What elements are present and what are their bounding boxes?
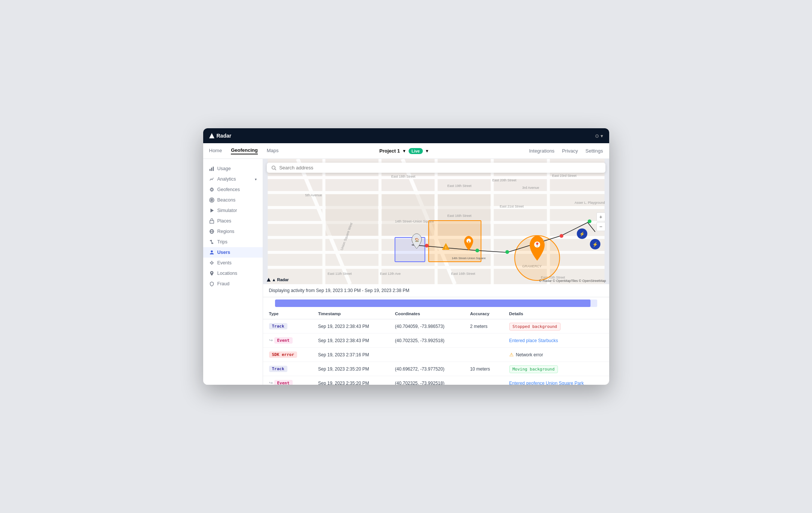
cell-type: SDK error	[263, 348, 312, 362]
cell-timestamp: Sep 19, 2023 2:35:20 PM	[312, 376, 389, 385]
col-type: Type	[263, 308, 312, 319]
map-controls: + −	[596, 212, 605, 231]
sidebar-item-beacons[interactable]: Beacons	[203, 195, 263, 205]
svg-text:⚡: ⚡	[579, 231, 585, 237]
sidebar-label-analytics: Analytics	[217, 176, 236, 182]
nav-maps[interactable]: Maps	[267, 148, 279, 154]
live-badge[interactable]: Live	[409, 148, 423, 154]
activity-display: Displaying activity from Sep 19, 2023 1:…	[263, 284, 609, 297]
zoom-out-button[interactable]: −	[596, 222, 605, 231]
svg-point-70	[272, 166, 275, 169]
col-coordinates: Coordinates	[389, 308, 464, 319]
sidebar-item-places[interactable]: Places	[203, 216, 263, 226]
sidebar-item-trips[interactable]: Trips	[203, 237, 263, 247]
search-input[interactable]	[279, 165, 601, 171]
cell-coordinates: (40.704059, -73.986573)	[389, 319, 464, 334]
sidebar-item-usage[interactable]: Usage	[203, 163, 263, 174]
svg-text:East 16th Street: East 16th Street	[447, 214, 471, 218]
sidebar-item-locations[interactable]: Locations	[203, 268, 263, 279]
svg-rect-1	[209, 169, 210, 171]
cell-details: Stopped background	[503, 319, 609, 334]
svg-rect-3	[213, 167, 214, 171]
cell-details[interactable]: Entered geofence Union Square Park	[503, 376, 609, 385]
table-row: TrackSep 19, 2023 2:38:43 PM(40.704059, …	[263, 319, 609, 334]
zoom-in-button[interactable]: +	[596, 212, 605, 221]
svg-rect-31	[326, 194, 378, 236]
svg-text:!: !	[445, 246, 446, 250]
table-row: TrackSep 19, 2023 2:35:20 PM(40.696272, …	[263, 362, 609, 376]
type-badge: Event	[274, 337, 293, 344]
type-badge: SDK error	[269, 351, 297, 358]
svg-text:East 12th Ave: East 12th Ave	[380, 272, 400, 276]
project-label[interactable]: Project 1	[379, 148, 400, 154]
app-logo: Radar	[209, 133, 232, 139]
sidebar: Usage Analytics ▾ Geofences Beacons Simu…	[203, 159, 263, 385]
svg-text:Asser L. Playground: Asser L. Playground	[574, 201, 605, 205]
user-icon: ⊙	[595, 133, 599, 139]
topbar-user[interactable]: ⊙ ▾	[595, 133, 603, 139]
cell-details: ⚠Network error	[503, 348, 609, 362]
svg-marker-72	[267, 278, 271, 282]
svg-point-13	[211, 251, 213, 252]
table-row: ↪EventSep 19, 2023 2:38:43 PM(40.702325,…	[263, 334, 609, 348]
svg-rect-2	[211, 168, 212, 171]
topbar: Radar ⊙ ▾	[203, 128, 609, 143]
timeline-bar[interactable]	[275, 299, 597, 307]
sidebar-label-beacons: Beacons	[217, 197, 236, 203]
cell-timestamp: Sep 19, 2023 2:37:16 PM	[312, 348, 389, 362]
detail-link[interactable]: Entered place Starbucks	[509, 338, 558, 343]
table-row: SDK errorSep 19, 2023 2:37:16 PM⚠Network…	[263, 348, 609, 362]
svg-text:East 19th Street: East 19th Street	[447, 184, 471, 188]
nav-privacy[interactable]: Privacy	[562, 148, 578, 154]
table-row: ↪EventSep 19, 2023 2:35:20 PM(40.702325,…	[263, 376, 609, 385]
cell-details[interactable]: Entered place Starbucks	[503, 334, 609, 348]
sidebar-item-events[interactable]: Events	[203, 258, 263, 268]
nav-settings[interactable]: Settings	[586, 148, 603, 154]
type-badge: Track	[269, 323, 287, 329]
cell-type: Track	[263, 319, 312, 334]
svg-text:3rd Avenue: 3rd Avenue	[522, 186, 539, 190]
svg-text:East 23rd Street: East 23rd Street	[552, 174, 577, 178]
svg-text:East 21st Street: East 21st Street	[500, 205, 524, 208]
cell-accuracy: 10 meters	[464, 362, 503, 376]
error-icon: ⚠	[509, 352, 514, 357]
sidebar-item-analytics[interactable]: Analytics ▾	[203, 174, 263, 184]
nav-geofencing[interactable]: Geofencing	[231, 147, 258, 154]
type-badge: Track	[269, 366, 287, 372]
sidebar-item-regions[interactable]: Regions	[203, 226, 263, 237]
cell-accuracy	[464, 348, 503, 362]
svg-text:14th Street–Union Square: 14th Street–Union Square	[395, 219, 434, 223]
svg-point-12	[211, 243, 213, 244]
content-area: Union Square West 5th Avenue 14th Street…	[263, 159, 609, 385]
user-chevron: ▾	[601, 133, 603, 139]
nav-home[interactable]: Home	[209, 148, 222, 154]
timeline-fill	[275, 299, 591, 307]
chevron-down-icon: ▾	[255, 177, 257, 181]
svg-marker-6	[210, 209, 214, 213]
svg-point-14	[211, 262, 213, 264]
sidebar-label-events: Events	[217, 260, 232, 265]
svg-point-5	[211, 200, 212, 201]
nav-right: Integrations Privacy Settings	[529, 148, 603, 154]
search-bar	[267, 163, 605, 173]
detail-link[interactable]: Entered geofence Union Square Park	[509, 381, 584, 385]
indent-icon: ↪	[269, 338, 273, 343]
svg-text:▲: ▲	[467, 239, 470, 243]
sidebar-item-users[interactable]: Users	[203, 247, 263, 258]
col-accuracy: Accuracy	[464, 308, 503, 319]
sidebar-item-geofences[interactable]: Geofences	[203, 184, 263, 195]
nav-integrations[interactable]: Integrations	[529, 148, 555, 154]
sidebar-item-simulator[interactable]: Simulator	[203, 205, 263, 216]
svg-text:📍: 📍	[534, 242, 540, 248]
svg-point-53	[425, 244, 428, 248]
main-layout: Usage Analytics ▾ Geofences Beacons Simu…	[203, 159, 609, 385]
sidebar-label-regions: Regions	[217, 229, 235, 234]
sidebar-label-simulator: Simulator	[217, 208, 237, 213]
activity-table: Type Timestamp Coordinates Accuracy Deta…	[263, 308, 609, 385]
cell-coordinates: (40.702325, -73.992518)	[389, 334, 464, 348]
svg-rect-7	[210, 221, 214, 223]
svg-text:East 18th Street: East 18th Street	[391, 175, 415, 178]
sidebar-item-fraud[interactable]: Fraud	[203, 279, 263, 289]
cell-type: ↪Event	[263, 376, 312, 385]
table-area: Type Timestamp Coordinates Accuracy Deta…	[263, 308, 609, 385]
